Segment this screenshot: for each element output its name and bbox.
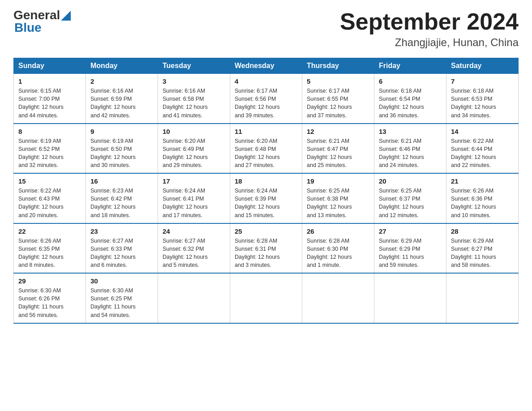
- day-info: Sunrise: 6:28 AM Sunset: 6:31 PM Dayligh…: [235, 237, 297, 270]
- day-info: Sunrise: 6:18 AM Sunset: 6:53 PM Dayligh…: [451, 87, 514, 120]
- day-info: Sunrise: 6:26 AM Sunset: 6:36 PM Dayligh…: [451, 187, 514, 219]
- day-info: Sunrise: 6:18 AM Sunset: 6:54 PM Dayligh…: [379, 87, 442, 120]
- weekday-header-wednesday: Wednesday: [230, 58, 302, 74]
- calendar-cell: 5Sunrise: 6:17 AM Sunset: 6:55 PM Daylig…: [302, 74, 374, 124]
- day-number: 18: [235, 177, 297, 185]
- calendar-cell: 30Sunrise: 6:30 AM Sunset: 6:25 PM Dayli…: [86, 273, 158, 323]
- day-info: Sunrise: 6:24 AM Sunset: 6:41 PM Dayligh…: [163, 187, 225, 219]
- calendar-cell: 11Sunrise: 6:20 AM Sunset: 6:48 PM Dayli…: [230, 124, 302, 174]
- weekday-header-friday: Friday: [374, 58, 446, 74]
- day-number: 27: [379, 227, 442, 235]
- title-block: September 2024 Zhangjiajie, Hunan, China: [340, 9, 519, 49]
- calendar-title: September 2024: [340, 9, 519, 34]
- calendar-cell: 8Sunrise: 6:19 AM Sunset: 6:52 PM Daylig…: [14, 124, 86, 174]
- day-number: 17: [163, 177, 225, 185]
- calendar-cell: 10Sunrise: 6:20 AM Sunset: 6:49 PM Dayli…: [158, 124, 230, 174]
- calendar-cell: 15Sunrise: 6:22 AM Sunset: 6:43 PM Dayli…: [14, 173, 86, 223]
- day-number: 26: [307, 227, 369, 235]
- calendar-cell: 9Sunrise: 6:19 AM Sunset: 6:50 PM Daylig…: [86, 124, 158, 174]
- calendar-cell: 22Sunrise: 6:26 AM Sunset: 6:35 PM Dayli…: [14, 223, 86, 274]
- day-info: Sunrise: 6:20 AM Sunset: 6:48 PM Dayligh…: [235, 137, 297, 170]
- day-info: Sunrise: 6:17 AM Sunset: 6:55 PM Dayligh…: [307, 87, 369, 120]
- day-number: 5: [307, 77, 369, 85]
- calendar-cell: 20Sunrise: 6:25 AM Sunset: 6:37 PM Dayli…: [374, 173, 446, 223]
- weekday-header-row: SundayMondayTuesdayWednesdayThursdayFrid…: [14, 58, 519, 74]
- day-info: Sunrise: 6:16 AM Sunset: 6:58 PM Dayligh…: [163, 87, 225, 120]
- day-number: 1: [18, 77, 81, 85]
- day-number: 10: [163, 128, 225, 135]
- day-info: Sunrise: 6:19 AM Sunset: 6:50 PM Dayligh…: [90, 137, 153, 170]
- calendar-cell: 24Sunrise: 6:27 AM Sunset: 6:32 PM Dayli…: [158, 223, 230, 274]
- day-number: 28: [451, 227, 514, 235]
- day-number: 22: [18, 227, 81, 235]
- calendar-cell: 13Sunrise: 6:21 AM Sunset: 6:46 PM Dayli…: [374, 124, 446, 174]
- calendar-subtitle: Zhangjiajie, Hunan, China: [340, 36, 519, 49]
- logo: General Blue: [13, 9, 71, 34]
- day-number: 23: [90, 227, 153, 235]
- day-number: 14: [451, 128, 514, 135]
- day-number: 9: [90, 128, 153, 135]
- calendar-cell: [302, 273, 374, 323]
- weekday-header-saturday: Saturday: [446, 58, 519, 74]
- day-info: Sunrise: 6:15 AM Sunset: 7:00 PM Dayligh…: [18, 87, 81, 120]
- day-info: Sunrise: 6:17 AM Sunset: 6:56 PM Dayligh…: [235, 87, 297, 120]
- day-number: 25: [235, 227, 297, 235]
- weekday-header-thursday: Thursday: [302, 58, 374, 74]
- logo-triangle-icon: [61, 11, 71, 21]
- day-info: Sunrise: 6:25 AM Sunset: 6:37 PM Dayligh…: [379, 187, 442, 219]
- day-number: 2: [90, 77, 153, 85]
- weekday-header-sunday: Sunday: [14, 58, 86, 74]
- day-info: Sunrise: 6:22 AM Sunset: 6:43 PM Dayligh…: [18, 187, 81, 219]
- calendar-cell: 3Sunrise: 6:16 AM Sunset: 6:58 PM Daylig…: [158, 74, 230, 124]
- day-info: Sunrise: 6:27 AM Sunset: 6:33 PM Dayligh…: [90, 237, 153, 270]
- calendar-cell: 2Sunrise: 6:16 AM Sunset: 6:59 PM Daylig…: [86, 74, 158, 124]
- calendar-cell: 18Sunrise: 6:24 AM Sunset: 6:39 PM Dayli…: [230, 173, 302, 223]
- calendar-week-row: 1Sunrise: 6:15 AM Sunset: 7:00 PM Daylig…: [14, 74, 519, 124]
- day-number: 30: [90, 277, 153, 285]
- calendar-week-row: 22Sunrise: 6:26 AM Sunset: 6:35 PM Dayli…: [14, 223, 519, 274]
- calendar-cell: 4Sunrise: 6:17 AM Sunset: 6:56 PM Daylig…: [230, 74, 302, 124]
- day-number: 6: [379, 77, 442, 85]
- day-info: Sunrise: 6:23 AM Sunset: 6:42 PM Dayligh…: [90, 187, 153, 219]
- day-info: Sunrise: 6:21 AM Sunset: 6:47 PM Dayligh…: [307, 137, 369, 170]
- calendar-cell: [374, 273, 446, 323]
- page-header: General Blue September 2024 Zhangjiajie,…: [13, 9, 519, 49]
- day-number: 8: [18, 128, 81, 135]
- day-info: Sunrise: 6:20 AM Sunset: 6:49 PM Dayligh…: [163, 137, 225, 170]
- calendar-cell: [230, 273, 302, 323]
- calendar-cell: [158, 273, 230, 323]
- calendar-cell: 17Sunrise: 6:24 AM Sunset: 6:41 PM Dayli…: [158, 173, 230, 223]
- day-number: 21: [451, 177, 514, 185]
- logo-general-text: General: [13, 9, 60, 21]
- day-info: Sunrise: 6:22 AM Sunset: 6:44 PM Dayligh…: [451, 137, 514, 170]
- calendar-cell: 6Sunrise: 6:18 AM Sunset: 6:54 PM Daylig…: [374, 74, 446, 124]
- day-number: 15: [18, 177, 81, 185]
- calendar-cell: 28Sunrise: 6:29 AM Sunset: 6:27 PM Dayli…: [446, 223, 519, 274]
- calendar-cell: 7Sunrise: 6:18 AM Sunset: 6:53 PM Daylig…: [446, 74, 519, 124]
- calendar-cell: 19Sunrise: 6:25 AM Sunset: 6:38 PM Dayli…: [302, 173, 374, 223]
- calendar-cell: 14Sunrise: 6:22 AM Sunset: 6:44 PM Dayli…: [446, 124, 519, 174]
- day-info: Sunrise: 6:27 AM Sunset: 6:32 PM Dayligh…: [163, 237, 225, 270]
- svg-marker-0: [61, 11, 71, 21]
- calendar-cell: 29Sunrise: 6:30 AM Sunset: 6:26 PM Dayli…: [14, 273, 86, 323]
- day-number: 7: [451, 77, 514, 85]
- calendar-cell: 27Sunrise: 6:29 AM Sunset: 6:29 PM Dayli…: [374, 223, 446, 274]
- day-info: Sunrise: 6:29 AM Sunset: 6:27 PM Dayligh…: [451, 237, 514, 270]
- day-info: Sunrise: 6:24 AM Sunset: 6:39 PM Dayligh…: [235, 187, 297, 219]
- calendar-cell: 1Sunrise: 6:15 AM Sunset: 7:00 PM Daylig…: [14, 74, 86, 124]
- weekday-header-monday: Monday: [86, 58, 158, 74]
- day-number: 11: [235, 128, 297, 135]
- calendar-table: SundayMondayTuesdayWednesdayThursdayFrid…: [13, 58, 519, 324]
- day-info: Sunrise: 6:26 AM Sunset: 6:35 PM Dayligh…: [18, 237, 81, 270]
- calendar-week-row: 8Sunrise: 6:19 AM Sunset: 6:52 PM Daylig…: [14, 124, 519, 174]
- day-number: 24: [163, 227, 225, 235]
- calendar-cell: 12Sunrise: 6:21 AM Sunset: 6:47 PM Dayli…: [302, 124, 374, 174]
- day-info: Sunrise: 6:21 AM Sunset: 6:46 PM Dayligh…: [379, 137, 442, 170]
- day-info: Sunrise: 6:30 AM Sunset: 6:25 PM Dayligh…: [90, 287, 153, 319]
- calendar-cell: 26Sunrise: 6:28 AM Sunset: 6:30 PM Dayli…: [302, 223, 374, 274]
- day-number: 16: [90, 177, 153, 185]
- calendar-cell: [446, 273, 519, 323]
- calendar-cell: 21Sunrise: 6:26 AM Sunset: 6:36 PM Dayli…: [446, 173, 519, 223]
- calendar-cell: 23Sunrise: 6:27 AM Sunset: 6:33 PM Dayli…: [86, 223, 158, 274]
- day-info: Sunrise: 6:16 AM Sunset: 6:59 PM Dayligh…: [90, 87, 153, 120]
